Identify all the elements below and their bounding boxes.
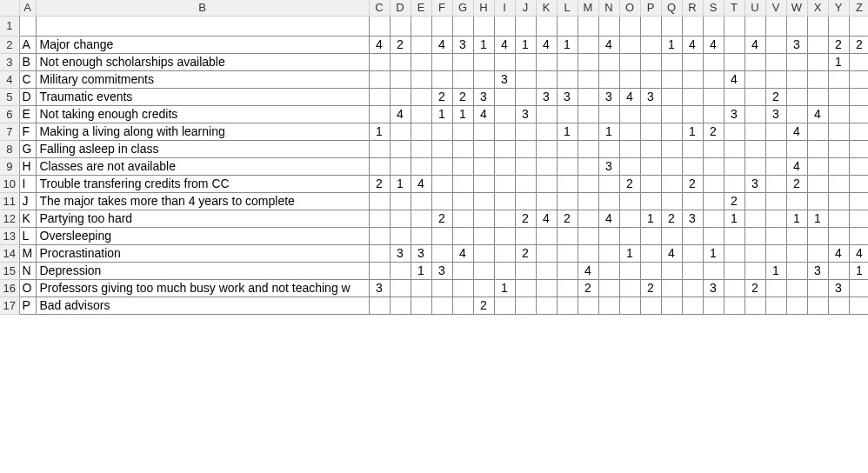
data-cell[interactable]: 4 — [598, 36, 619, 53]
data-cell[interactable]: 4 — [431, 36, 452, 53]
data-cell[interactable] — [452, 157, 473, 175]
row-label[interactable]: Partying too hard — [36, 210, 369, 227]
data-cell[interactable] — [578, 157, 598, 175]
data-cell[interactable] — [807, 279, 828, 296]
data-cell[interactable]: 2 — [682, 175, 703, 192]
row-code[interactable]: F — [19, 123, 36, 140]
data-cell[interactable] — [661, 175, 682, 192]
data-cell[interactable] — [411, 279, 431, 296]
data-cell[interactable] — [849, 123, 868, 140]
data-cell[interactable] — [515, 53, 536, 70]
data-cell[interactable]: 4 — [828, 244, 849, 262]
data-cell[interactable] — [452, 175, 473, 192]
data-cell[interactable] — [369, 70, 390, 88]
data-cell[interactable] — [536, 175, 557, 192]
data-cell[interactable] — [494, 210, 515, 227]
data-cell[interactable] — [494, 140, 515, 157]
data-cell[interactable] — [724, 262, 744, 279]
data-cell[interactable] — [807, 296, 828, 314]
data-cell[interactable] — [452, 70, 473, 88]
data-cell[interactable]: 4 — [619, 88, 640, 105]
student-header[interactable]: Student 24 — [849, 16, 868, 36]
data-cell[interactable] — [682, 70, 703, 88]
data-cell[interactable] — [640, 227, 661, 244]
data-cell[interactable]: 1 — [515, 36, 536, 53]
data-cell[interactable] — [557, 53, 578, 70]
data-cell[interactable] — [557, 175, 578, 192]
data-cell[interactable] — [619, 157, 640, 175]
data-cell[interactable]: 4 — [598, 210, 619, 227]
data-cell[interactable] — [411, 105, 431, 123]
data-cell[interactable] — [849, 296, 868, 314]
data-cell[interactable]: 2 — [786, 175, 807, 192]
data-cell[interactable] — [557, 296, 578, 314]
data-cell[interactable] — [640, 70, 661, 88]
data-cell[interactable] — [369, 227, 390, 244]
row-header-9[interactable]: 9 — [0, 157, 19, 175]
data-cell[interactable] — [786, 88, 807, 105]
data-cell[interactable] — [765, 244, 786, 262]
data-cell[interactable] — [369, 210, 390, 227]
data-cell[interactable] — [390, 227, 411, 244]
data-cell[interactable] — [494, 227, 515, 244]
data-cell[interactable] — [786, 192, 807, 210]
data-cell[interactable] — [598, 296, 619, 314]
data-cell[interactable]: 4 — [390, 105, 411, 123]
data-cell[interactable]: 4 — [786, 157, 807, 175]
row-label[interactable]: Not enough scholarships available — [36, 53, 369, 70]
data-cell[interactable]: 2 — [473, 296, 494, 314]
data-cell[interactable] — [724, 244, 744, 262]
row-header-10[interactable]: 10 — [0, 175, 19, 192]
data-cell[interactable] — [578, 88, 598, 105]
data-cell[interactable] — [724, 123, 744, 140]
data-cell[interactable] — [682, 105, 703, 123]
data-cell[interactable] — [390, 157, 411, 175]
cell[interactable] — [19, 16, 36, 36]
row-label[interactable]: Making a living along with learning — [36, 123, 369, 140]
data-cell[interactable] — [431, 192, 452, 210]
row-code[interactable]: P — [19, 296, 36, 314]
cell[interactable] — [36, 16, 369, 36]
data-cell[interactable]: 1 — [640, 210, 661, 227]
data-cell[interactable] — [494, 123, 515, 140]
data-cell[interactable]: 3 — [494, 70, 515, 88]
col-header-B[interactable]: B — [36, 0, 369, 16]
col-header-H[interactable]: H — [473, 0, 494, 16]
data-cell[interactable] — [390, 140, 411, 157]
data-cell[interactable] — [765, 123, 786, 140]
data-cell[interactable] — [578, 123, 598, 140]
data-cell[interactable] — [411, 227, 431, 244]
data-cell[interactable] — [494, 244, 515, 262]
data-cell[interactable] — [536, 279, 557, 296]
data-cell[interactable] — [786, 296, 807, 314]
col-header-X[interactable]: X — [807, 0, 828, 16]
data-cell[interactable] — [765, 175, 786, 192]
data-cell[interactable] — [807, 175, 828, 192]
row-header-12[interactable]: 12 — [0, 210, 19, 227]
col-header-Z[interactable]: Z — [849, 0, 868, 16]
data-cell[interactable] — [452, 53, 473, 70]
data-cell[interactable]: 1 — [849, 262, 868, 279]
data-cell[interactable] — [619, 227, 640, 244]
student-header[interactable]: Student 7 — [494, 16, 515, 36]
spreadsheet[interactable]: ABCDEFGHIJKLMNOPQRSTUVWXYZ1Student 1Stud… — [0, 0, 868, 473]
col-header-P[interactable]: P — [640, 0, 661, 16]
row-header-13[interactable]: 13 — [0, 227, 19, 244]
data-cell[interactable] — [369, 262, 390, 279]
data-cell[interactable]: 3 — [828, 279, 849, 296]
col-header-V[interactable]: V — [765, 0, 786, 16]
data-cell[interactable] — [849, 175, 868, 192]
data-cell[interactable] — [786, 244, 807, 262]
col-header-Y[interactable]: Y — [828, 0, 849, 16]
data-cell[interactable] — [640, 53, 661, 70]
data-cell[interactable] — [369, 244, 390, 262]
data-cell[interactable] — [849, 210, 868, 227]
data-cell[interactable]: 3 — [640, 88, 661, 105]
row-header-6[interactable]: 6 — [0, 105, 19, 123]
data-cell[interactable] — [536, 123, 557, 140]
student-header[interactable]: Student 12 — [598, 16, 619, 36]
data-cell[interactable]: 2 — [640, 279, 661, 296]
data-cell[interactable] — [807, 157, 828, 175]
data-cell[interactable]: 3 — [703, 279, 724, 296]
data-cell[interactable] — [661, 262, 682, 279]
